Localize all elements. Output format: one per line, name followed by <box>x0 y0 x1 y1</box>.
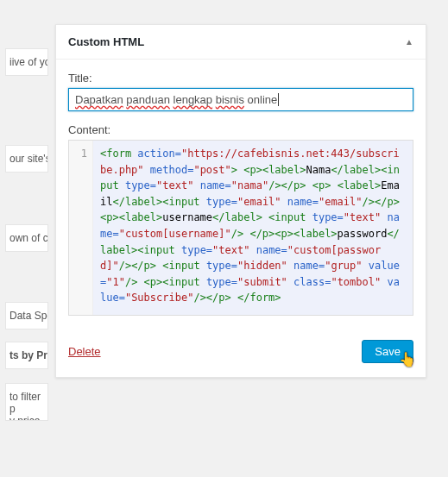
panel-title: Custom HTML <box>68 35 144 48</box>
bg-fragment: ts by Price <box>5 342 48 369</box>
widget-panel: Custom HTML ▲ Title: Dapatkan panduan le… <box>55 24 426 378</box>
bg-fragment: Data Sponsor <box>5 302 48 330</box>
title-label: Title: <box>68 72 413 85</box>
bg-fragment: iive of you <box>5 48 48 76</box>
code-editor[interactable]: 1 <form action="https://cafebisnis.net:4… <box>68 140 413 316</box>
collapse-icon[interactable]: ▲ <box>405 37 413 47</box>
bg-fragment: our site's l <box>5 145 48 173</box>
code-content[interactable]: <form action="https://cafebisnis.net:443… <box>93 141 413 315</box>
panel-footer: Delete Save 👆 <box>56 330 426 377</box>
bg-fragment: own of cat <box>5 224 48 252</box>
save-button[interactable]: Save 👆 <box>362 340 413 363</box>
bg-fragment: to filter py price. <box>5 383 48 421</box>
delete-link[interactable]: Delete <box>68 345 101 358</box>
panel-header[interactable]: Custom HTML ▲ <box>56 25 426 60</box>
line-gutter: 1 <box>69 141 93 315</box>
cursor-icon: 👆 <box>399 351 416 367</box>
panel-body: Title: Dapatkan panduan lengkap bisnis o… <box>56 60 426 330</box>
title-input[interactable]: Dapatkan panduan lengkap bisnis online <box>68 88 413 111</box>
content-label: Content: <box>68 123 413 136</box>
